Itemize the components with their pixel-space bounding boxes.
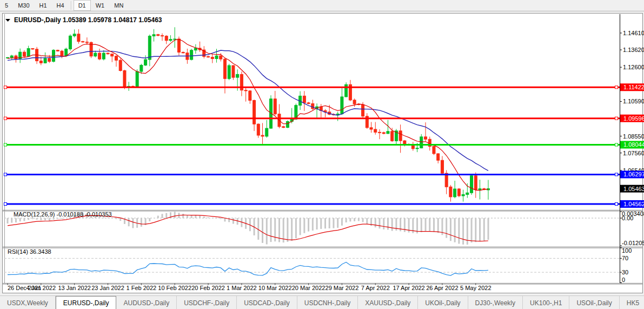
timeframe-button-H1[interactable]: H1	[35, 0, 52, 11]
svg-text:1.12600: 1.12600	[623, 64, 644, 70]
svg-text:1.06297: 1.06297	[623, 171, 644, 177]
svg-text:30: 30	[622, 269, 628, 275]
symbol-tab-eurusd-daily[interactable]: EURUSD-,Daily	[56, 296, 117, 309]
symbol-tab-ukoil-daily[interactable]: UKOil-,Daily	[418, 296, 468, 309]
timeframe-button-D1[interactable]: D1	[74, 0, 91, 11]
svg-text:26 Apr 2022: 26 Apr 2022	[426, 285, 458, 291]
svg-text:1.07560: 1.07560	[623, 150, 644, 156]
svg-text:7 Apr 2022: 7 Apr 2022	[361, 285, 390, 291]
svg-text:10 Mar 2022: 10 Mar 2022	[258, 285, 292, 291]
svg-text:5 May 2022: 5 May 2022	[460, 285, 491, 291]
info-symbol-label: EURUSD-,Daily	[14, 16, 61, 24]
symbol-tab-usoil-daily[interactable]: USOil-,Daily	[569, 296, 619, 309]
svg-text:1.08550: 1.08550	[623, 133, 644, 140]
symbol-tab-dj30-weekly[interactable]: DJ30-,Weekly	[468, 296, 523, 309]
svg-text:100: 100	[622, 247, 632, 254]
symbol-tab-bar: USDX,WeeklyEURUSD-,DailyAUDUSD-,DailyUSD…	[0, 295, 644, 309]
price-tag-1.04562: 1.04562	[620, 200, 644, 208]
timeframe-button-W1[interactable]: W1	[91, 0, 110, 11]
svg-text:1.08044: 1.08044	[623, 141, 644, 148]
svg-text:1.11422: 1.11422	[623, 84, 644, 90]
svg-text:10 Feb 2022: 10 Feb 2022	[158, 285, 191, 291]
rsi-indicator-label: RSI(14) 36.3438	[8, 248, 51, 255]
price-tag-1.05463: 1.05463	[620, 185, 644, 193]
svg-text:1 Mar 2022: 1 Mar 2022	[227, 285, 257, 291]
svg-text:1.14610: 1.14610	[623, 30, 644, 36]
price-tag-1.08044: 1.08044	[620, 141, 644, 148]
svg-text:1.09596: 1.09596	[623, 115, 644, 122]
svg-text:29 Mar 2022: 29 Mar 2022	[326, 285, 359, 291]
svg-text:-0.012053: -0.012053	[622, 240, 644, 246]
symbol-tab-uk100-h1[interactable]: UK100-,H1	[523, 296, 569, 309]
price-tag-1.06297: 1.06297	[620, 170, 644, 178]
timeframe-button-M30[interactable]: M30	[13, 0, 34, 11]
toolbar-separator	[71, 1, 72, 10]
info-ohlc-values: 1.05389 1.05978 1.04817 1.05463	[63, 16, 162, 24]
symbol-tab-hk5[interactable]: HK5	[620, 296, 644, 309]
svg-text:70: 70	[622, 255, 628, 261]
svg-text:20 Mar 2022: 20 Mar 2022	[292, 285, 326, 291]
timeframe-button-5[interactable]: 5	[0, 0, 13, 11]
timeframe-button-H4[interactable]: H4	[52, 0, 69, 11]
price-tag-1.11422: 1.11422	[620, 83, 644, 91]
symbol-tab-usdchf-daily[interactable]: USDCHF-,Daily	[177, 296, 237, 309]
macd-indicator-label: MACD(12,26,9) -0.010188 -0.010353	[14, 211, 112, 218]
svg-text:17 Apr 2022: 17 Apr 2022	[393, 285, 424, 291]
svg-text:1 Feb 2022: 1 Feb 2022	[127, 285, 157, 291]
symbol-tab-xauusd-daily[interactable]: XAUUSD-,Daily	[358, 296, 418, 309]
ohlc-info-line: EURUSD-,Daily 1.05389 1.05978 1.04817 1.…	[5, 16, 162, 24]
symbol-tab-usdcad-daily[interactable]: USDCAD-,Daily	[237, 296, 297, 309]
symbol-tab-usdx-weekly[interactable]: USDX,Weekly	[0, 296, 56, 309]
svg-text:23 Jan 2022: 23 Jan 2022	[91, 285, 124, 291]
svg-text:1.10590: 1.10590	[623, 98, 644, 104]
svg-text:20 Feb 2022: 20 Feb 2022	[191, 285, 225, 291]
svg-text:13 Jan 2022: 13 Jan 2022	[58, 285, 91, 291]
svg-text:0.00: 0.00	[622, 215, 633, 221]
svg-text:0: 0	[622, 277, 625, 283]
chart-canvas[interactable]: 1.146101.136201.126001.105901.085501.075…	[0, 0, 644, 309]
svg-text:1.05463: 1.05463	[623, 186, 644, 192]
time-axis[interactable]: 26 Dec 20214 Jan 202213 Jan 202223 Jan 2…	[8, 283, 492, 291]
symbol-tab-audusd-daily[interactable]: AUDUSD-,Daily	[116, 296, 177, 309]
svg-text:1.04562: 1.04562	[623, 201, 644, 207]
price-tag-1.09596: 1.09596	[620, 115, 644, 122]
symbol-tab-usdcnh-daily[interactable]: USDCNH-,Daily	[297, 296, 358, 309]
svg-text:1.13620: 1.13620	[623, 47, 644, 53]
svg-text:4 Jan 2022: 4 Jan 2022	[26, 285, 56, 291]
timeframe-button-MN[interactable]: MN	[109, 0, 128, 11]
timeframe-toolbar: 5M30H1H4D1W1MN	[0, 0, 644, 11]
